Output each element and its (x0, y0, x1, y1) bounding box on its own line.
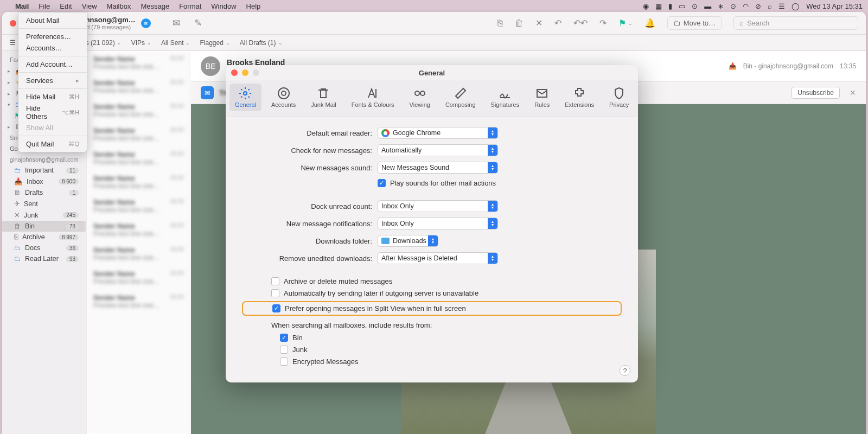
label-downloads: Downloads folder: (242, 237, 378, 245)
checkbox-search-junk[interactable] (280, 346, 288, 354)
select-notifications[interactable]: Inbox Only▴▾ (378, 218, 498, 229)
checkbox-search-encrypted[interactable] (280, 358, 288, 366)
user-icon[interactable]: ⊘ (755, 2, 761, 10)
toolbar-left-icons: ✉ ✎ (173, 17, 202, 29)
trash-icon[interactable]: 🗑 (515, 18, 524, 28)
help-button[interactable]: ? (620, 365, 630, 376)
record-icon[interactable]: ⊙ (692, 2, 698, 10)
message-list[interactable]: Sender Name00:00Preview text line one… S… (87, 51, 191, 434)
pref-tab-accounts[interactable]: Accounts (266, 84, 301, 111)
pref-tab-privacy[interactable]: Privacy (604, 84, 634, 111)
display-icon[interactable]: ▭ (679, 2, 685, 10)
checkbox-retry-send[interactable] (271, 289, 279, 297)
menubar-left: Mail File Edit View Mailbox Message Form… (5, 2, 260, 10)
label-play-sounds: Play sounds for other mail actions (390, 179, 496, 187)
sidebar-item-bin[interactable]: 🗑Bin78 (2, 221, 86, 232)
label-search-junk: Junk (292, 346, 307, 354)
select-default-reader[interactable]: Google Chrome▴▾ (378, 127, 498, 139)
chevron-right-icon: ▸ (76, 77, 79, 84)
battery-icon[interactable]: ▮ (668, 2, 672, 10)
svg-point-1 (282, 91, 286, 95)
junk-icon[interactable]: ✕ (535, 18, 542, 28)
status-icon[interactable]: ◉ (643, 2, 649, 10)
menu-mailbox[interactable]: Mailbox (107, 2, 131, 10)
envelope-icon[interactable]: ✉ (173, 17, 180, 29)
menu-file[interactable]: File (39, 2, 50, 10)
label-check-messages: Check for new messages: (242, 146, 378, 155)
spotlight-icon[interactable]: ⌕ (768, 2, 772, 10)
pref-tab-composing[interactable]: Composing (440, 84, 481, 111)
favbar-flagged[interactable]: Flagged ⌄ (200, 39, 229, 47)
menu-edit[interactable]: Edit (60, 2, 72, 10)
sidebar-item-docs[interactable]: 🗀Docs36 (2, 242, 86, 253)
menu-preferences[interactable]: Preferences… (18, 31, 87, 42)
menu-quit-mail[interactable]: Quit Mail⌘Q (18, 138, 87, 150)
search-icon: ⌕ (739, 19, 744, 27)
checkbox-search-bin[interactable]: ✓ (280, 334, 288, 342)
flag-dropdown[interactable]: ⚑⌄ (618, 18, 633, 28)
siri-icon[interactable]: ◯ (792, 2, 800, 10)
menubar-clock[interactable]: Wed 13 Apr 15:31 (806, 2, 863, 10)
favbar-vips[interactable]: VIPs ⌄ (131, 39, 151, 47)
favbar-all-sent[interactable]: All Sent ⌄ (161, 39, 190, 47)
select-check-messages[interactable]: Automatically▴▾ (378, 144, 498, 156)
move-to-button[interactable]: 🗀Move to… (667, 16, 722, 30)
forward-icon[interactable]: ↷ (599, 18, 607, 28)
control-center-icon[interactable]: ☰ (778, 2, 785, 10)
pref-tab-extensions[interactable]: Extensions (559, 84, 599, 111)
label-split-view: Prefer opening messages in Split View wh… (285, 304, 466, 312)
menu-services[interactable]: Services▸ (18, 75, 87, 86)
wifi-icon[interactable]: ◠ (743, 2, 749, 10)
pref-tab-fonts[interactable]: Fonts & Colours (346, 84, 400, 111)
menu-about-mail[interactable]: About Mail (18, 15, 87, 26)
checkbox-split-view[interactable]: ✓ (272, 304, 280, 312)
menu-view[interactable]: View (82, 2, 97, 10)
mail-app-menu: About Mail Preferences… Accounts… Add Ac… (18, 12, 87, 152)
status-icon[interactable]: ▦ (655, 2, 662, 10)
menu-message[interactable]: Message (141, 2, 169, 10)
search-input[interactable]: ⌕Search (733, 16, 858, 30)
sidebar-item-junk[interactable]: ✕Junk245 (2, 209, 86, 221)
pref-tab-rules[interactable]: Rules (529, 84, 555, 111)
pref-tab-general[interactable]: General (229, 84, 261, 111)
close-window-button[interactable] (10, 20, 16, 27)
reply-all-icon[interactable]: ↶↶ (573, 18, 588, 28)
menu-hide-others[interactable]: Hide Others⌥⌘H (18, 103, 87, 122)
svg-point-3 (420, 91, 425, 95)
select-downloads[interactable]: Downloads▴▾ (378, 235, 438, 247)
sidebar-item-read-later[interactable]: 🗀Read Later93 (2, 253, 86, 264)
menu-hide-mail[interactable]: Hide Mail⌘H (18, 91, 87, 103)
select-dock[interactable]: Inbox Only▴▾ (378, 200, 498, 212)
menu-accounts[interactable]: Accounts… (18, 42, 87, 54)
menu-format[interactable]: Format (179, 2, 201, 10)
checkbox-archive-muted[interactable] (271, 277, 279, 285)
menu-add-account[interactable]: Add Account… (18, 59, 87, 70)
menu-window[interactable]: Window (211, 2, 236, 10)
checkbox-play-sounds[interactable]: ✓ (378, 179, 386, 187)
label-notifications: New message notifications: (242, 220, 378, 228)
flag-icon[interactable]: ▬ (704, 2, 711, 10)
mute-icon[interactable]: 🔔 (644, 18, 655, 28)
sidebar-item-important[interactable]: 🗀Important11 (2, 165, 86, 176)
pref-tab-signatures[interactable]: Signatures (486, 84, 525, 111)
pref-tab-viewing[interactable]: Viewing (404, 84, 436, 111)
sidebar-item-archive[interactable]: ⎘Archive8 997 (2, 232, 86, 242)
sidebar-item-drafts[interactable]: 🗎Drafts1 (2, 187, 86, 198)
archive-icon[interactable]: ⎘ (497, 18, 503, 28)
reader-mailbox: Bin - ginajohnsong@gmail.com (743, 62, 833, 70)
menu-help[interactable]: Help (246, 2, 261, 10)
compose-icon[interactable]: ✎ (194, 17, 202, 29)
favbar-all-drafts[interactable]: All Drafts (1) ⌄ (240, 39, 283, 47)
thread-badge-icon[interactable]: ≡ (141, 18, 151, 28)
pref-tab-junk[interactable]: Junk Mail (305, 84, 341, 111)
reply-icon[interactable]: ↶ (554, 18, 561, 28)
sidebar-item-inbox[interactable]: 📥Inbox8 600 (2, 176, 86, 187)
select-remove-downloads[interactable]: After Message is Deleted▴▾ (378, 252, 498, 264)
sidebar-item-sent[interactable]: ✈Sent (2, 198, 86, 209)
wifi-icon[interactable]: ⊙ (730, 2, 736, 10)
select-sound[interactable]: New Messages Sound▴▾ (378, 162, 498, 174)
unsubscribe-button[interactable]: Unsubscribe (792, 87, 840, 99)
close-banner-icon[interactable]: ✕ (850, 88, 856, 97)
menu-mail[interactable]: Mail (15, 2, 29, 10)
bluetooth-icon[interactable]: ∗ (718, 2, 724, 10)
